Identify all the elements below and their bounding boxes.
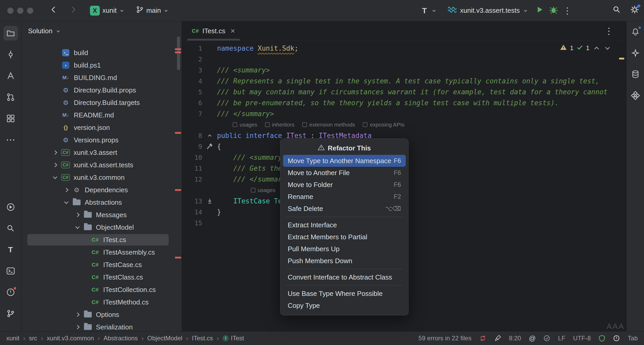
pen-icon[interactable] xyxy=(494,335,501,342)
chevron-right-icon[interactable] xyxy=(72,213,83,216)
error-summary[interactable]: 59 errors in 22 files xyxy=(418,335,471,342)
chevron-down-icon[interactable] xyxy=(431,8,437,13)
check-circle-icon[interactable] xyxy=(543,335,550,342)
security-shield-icon[interactable] xyxy=(599,335,605,342)
search-everywhere-icon[interactable] xyxy=(3,221,18,236)
chevron-down-icon[interactable] xyxy=(61,202,72,203)
menu-item-move-to-another-file[interactable]: Move to Another FileF6 xyxy=(283,167,406,179)
tree-item-building-md[interactable]: M↓BUILDING.md xyxy=(21,71,182,84)
close-icon[interactable]: × xyxy=(231,27,235,35)
more-options-icon[interactable]: ⋮ xyxy=(604,26,613,36)
line-ending[interactable]: LF xyxy=(558,335,565,342)
tree-item-readme-md[interactable]: M↓README.md xyxy=(21,109,182,121)
chevron-down-icon[interactable] xyxy=(49,177,61,178)
inlay-hint-usages[interactable]: usages xyxy=(251,187,275,193)
timer[interactable]: 8:20 xyxy=(509,335,521,342)
menu-item-rename[interactable]: RenameF2 xyxy=(283,191,406,203)
at-icon[interactable]: @ xyxy=(529,334,536,342)
tree-item-itestcase-cs[interactable]: C#ITestCase.cs xyxy=(21,258,182,271)
inlay-hint-inheritors[interactable]: inheritors xyxy=(265,122,294,128)
chevron-right-icon[interactable] xyxy=(49,151,61,154)
previous-issue-icon[interactable] xyxy=(593,44,600,52)
menu-item-move-to-folder[interactable]: Move to FolderF6 xyxy=(283,179,406,191)
menu-item-extract-interface[interactable]: Extract Interface xyxy=(283,219,406,231)
tree-item-itestassembly-cs[interactable]: C#ITestAssembly.cs xyxy=(21,246,182,258)
fold-collapse-icon[interactable] xyxy=(202,132,217,139)
quickfix-hammer-icon[interactable] xyxy=(202,143,217,150)
next-issue-icon[interactable] xyxy=(603,44,611,52)
menu-item-safe-delete[interactable]: Safe Delete⌥⌫ xyxy=(283,203,406,215)
tree-item-build[interactable]: ›_build xyxy=(21,47,182,59)
tree-item-versions-props[interactable]: ⚙Versions.props xyxy=(21,134,182,146)
tree-item-build-ps1[interactable]: ›build.ps1 xyxy=(21,59,182,71)
tree-item-abstractions[interactable]: Abstractions xyxy=(21,196,182,209)
run-button[interactable] xyxy=(535,5,544,16)
letter-a-icon[interactable] xyxy=(3,69,18,83)
version-control-icon[interactable] xyxy=(3,306,18,321)
tree-item-xunit-v3-assert[interactable]: C#xunit.v3.assert xyxy=(21,146,182,159)
tree-item-xunit-v3-assert-tests[interactable]: C#xunit.v3.assert.tests xyxy=(21,159,182,171)
t-tool-icon[interactable]: T xyxy=(422,6,427,15)
maximize-window-button[interactable] xyxy=(27,8,33,14)
implemented-marker-icon[interactable] xyxy=(202,198,217,204)
chevron-right-icon[interactable] xyxy=(72,326,83,329)
inlay-hint-usages[interactable]: usages xyxy=(233,122,257,128)
solution-panel-header[interactable]: Solution xyxy=(21,21,182,41)
breadcrumb-itest[interactable]: IITest xyxy=(222,335,244,342)
menu-item-pull-members-up[interactable]: Pull Members Up xyxy=(283,243,406,255)
commit-icon[interactable] xyxy=(3,47,18,62)
breadcrumb-src[interactable]: src xyxy=(29,335,37,342)
chevron-right-icon[interactable] xyxy=(61,188,72,191)
settings-gear-icon[interactable] xyxy=(630,5,639,16)
menu-item-move-type-to-another-namespace[interactable]: Move Type to Another NamespaceF6 xyxy=(283,155,406,167)
indent-label[interactable]: Tab xyxy=(628,335,638,342)
tree-item-dependencies[interactable]: ⚙Dependencies xyxy=(21,184,182,196)
database-icon[interactable] xyxy=(629,68,642,81)
project-tool-icon[interactable] xyxy=(3,26,18,41)
tree-item-xunit-v3-common[interactable]: C#xunit.v3.common xyxy=(21,171,182,184)
terminal-icon[interactable] xyxy=(3,264,18,278)
tree-item-itest-cs[interactable]: C#ITest.cs xyxy=(21,234,182,246)
warning-circle-icon[interactable] xyxy=(613,335,620,342)
menu-item-copy-type[interactable]: Copy Type xyxy=(283,300,406,311)
search-icon[interactable] xyxy=(612,5,621,16)
inlay-hint-exposing-apis[interactable]: exposing APIs xyxy=(363,122,404,128)
problems-icon[interactable] xyxy=(3,285,18,300)
more-tools-icon[interactable]: ⋯ xyxy=(3,132,18,147)
editor-tab-itest[interactable]: C# ITest.cs × xyxy=(186,21,241,41)
breadcrumb-abstractions[interactable]: Abstractions xyxy=(103,335,138,342)
hot-reload-icon[interactable] xyxy=(479,335,487,342)
forward-icon[interactable] xyxy=(69,5,77,16)
back-icon[interactable] xyxy=(49,5,58,16)
tree-item-itestclass-cs[interactable]: C#ITestClass.cs xyxy=(21,271,182,283)
minimize-window-button[interactable] xyxy=(17,8,23,14)
debug-button[interactable] xyxy=(549,5,558,16)
tree-item-messages[interactable]: Messages xyxy=(21,209,182,221)
chevron-down-icon[interactable] xyxy=(72,227,83,228)
inspections-widget[interactable]: 1 1 xyxy=(560,44,611,52)
ai-assistant-icon[interactable] xyxy=(629,46,642,60)
menu-item-extract-members-to-partial[interactable]: Extract Members to Partial xyxy=(283,231,406,243)
tree-item-itestcollection-cs[interactable]: C#ITestCollection.cs xyxy=(21,283,182,296)
menu-item-push-members-down[interactable]: Push Members Down xyxy=(283,255,406,267)
text-tool-icon[interactable]: T xyxy=(3,242,18,257)
encoding[interactable]: UTF-8 xyxy=(573,335,591,342)
tree-scrollbar[interactable] xyxy=(177,36,180,70)
inlay-hint-extension-methods[interactable]: extension methods xyxy=(302,122,355,128)
tree-item-itestmethod-cs[interactable]: C#ITestMethod.cs xyxy=(21,296,182,308)
tree-item-version-json[interactable]: {}version.json xyxy=(21,121,182,134)
close-window-button[interactable] xyxy=(7,8,14,14)
tree-item-serialization[interactable]: Serialization xyxy=(21,321,182,331)
breadcrumb-objectmodel[interactable]: ObjectModel xyxy=(147,335,182,342)
breadcrumb-xunit-v3-common[interactable]: xunit.v3.common xyxy=(47,335,94,342)
run-tool-icon[interactable] xyxy=(3,200,18,214)
modules-icon[interactable] xyxy=(629,89,642,102)
notifications-bell-icon[interactable] xyxy=(629,25,642,38)
more-options-icon[interactable]: ⋮ xyxy=(563,6,572,15)
chevron-right-icon[interactable] xyxy=(49,163,61,167)
breadcrumb-xunit[interactable]: xunit xyxy=(6,335,19,342)
vcs-branch-widget[interactable]: main xyxy=(136,6,169,15)
structure-icon[interactable] xyxy=(3,111,18,126)
tree-item-directory-build-targets[interactable]: ⚙Directory.Build.targets xyxy=(21,96,182,109)
tree-item-directory-build-props[interactable]: ⚙Directory.Build.props xyxy=(21,84,182,96)
